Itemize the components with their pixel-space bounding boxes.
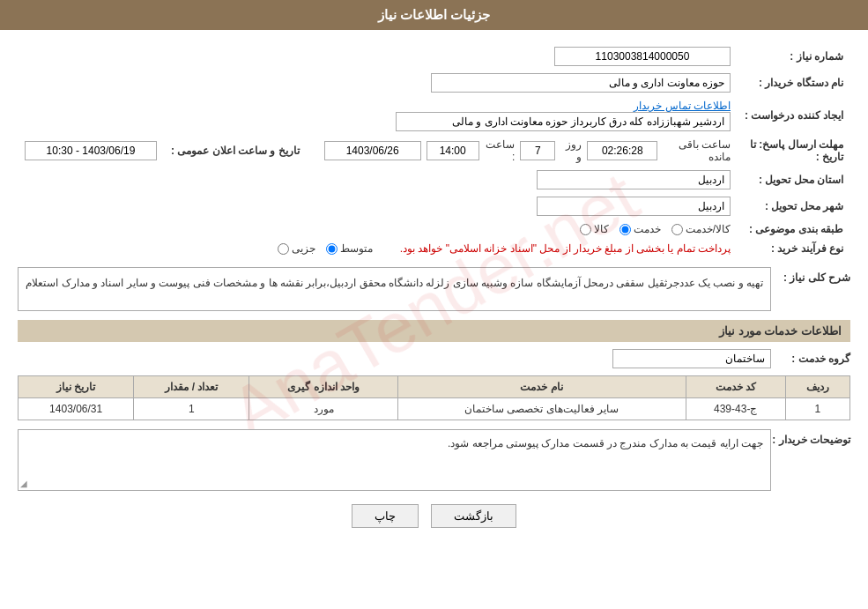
- table-row: 1 ج-43-439 سایر فعالیت‌های تخصصی ساختمان…: [19, 398, 850, 420]
- col-code: کد خدمت: [686, 376, 785, 398]
- sharh-text: تهیه و نصب یک عددجرثقیل سقفی درمحل آزمای…: [18, 267, 771, 311]
- sharh-label: شرح کلی نیاز :: [771, 267, 850, 284]
- buyer-notes-section: توضیحات خریدار : جهت ارایه قیمت به مدارک…: [18, 429, 850, 491]
- services-table-header: ردیف کد خدمت نام خدمت واحد اندازه گیری ت…: [19, 376, 850, 398]
- time-label: ساعت :: [485, 138, 516, 163]
- time-input[interactable]: [427, 141, 479, 160]
- main-info-table: شماره نیاز : نام دستگاه خریدار : ایجاد ک…: [18, 43, 850, 258]
- shahr-value: [18, 193, 738, 219]
- tabaqe-kala-option[interactable]: کالا: [580, 223, 609, 235]
- date-input[interactable]: [324, 141, 421, 160]
- khadamat-section-title: اطلاعات خدمات مورد نیاز: [18, 320, 850, 342]
- nam-dastgah-input[interactable]: [431, 73, 731, 93]
- row-noe-farayand: نوع فرآیند خرید : پرداخت تمام یا بخشی از…: [18, 239, 850, 258]
- noe-jozei-option[interactable]: جزیی: [278, 242, 315, 255]
- noe-farayand-options: پرداخت تمام یا بخشی از مبلغ خریدار از مح…: [18, 239, 738, 258]
- mohlat-label: مهلت ارسال پاسخ: تا تاریخ :: [738, 135, 850, 167]
- noe-motavasset-option[interactable]: متوسط: [326, 242, 373, 255]
- noe-farayand-note: پرداخت تمام یا بخشی از مبلغ خریدار از مح…: [400, 242, 731, 255]
- gorohe-khadamat-label: گروه خدمت :: [771, 353, 850, 365]
- col-date: تاریخ نیاز: [19, 376, 134, 398]
- resize-handle[interactable]: ◢: [20, 479, 27, 488]
- nam-dastgah-label: نام دستگاه خریدار :: [738, 70, 850, 96]
- print-button[interactable]: چاپ: [352, 504, 419, 528]
- row-shahr: شهر محل تحویل :: [18, 193, 850, 219]
- tabaqe-options: کالا/خدمت خدمت کالا: [18, 219, 738, 239]
- row-mohlat: مهلت ارسال پاسخ: تا تاریخ : ساعت باقی ما…: [18, 135, 850, 167]
- cell-code: ج-43-439: [686, 398, 785, 420]
- cell-unit: مورد: [249, 398, 397, 420]
- shahr-input[interactable]: [537, 197, 731, 216]
- tabaqe-kala-khadamat-label: کالا/خدمت: [686, 223, 731, 235]
- tabaqe-kala-radio[interactable]: [580, 224, 591, 235]
- ijad-konnande-value: اطلاعات تماس خریدار: [317, 96, 738, 135]
- noe-motavasset-radio[interactable]: [326, 243, 338, 255]
- row-ostan: استان محل تحویل :: [18, 167, 850, 193]
- contact-link[interactable]: اطلاعات تماس خریدار: [634, 100, 731, 112]
- remaining-input[interactable]: [587, 141, 657, 160]
- tabaqe-kala-khadamat-option[interactable]: کالا/خدمت: [671, 223, 731, 235]
- nam-dastgah-value: [317, 70, 738, 96]
- cell-radif: 1: [785, 398, 849, 420]
- buyer-notes-text: جهت ارایه قیمت به مدارک مندرج در قسمت مد…: [448, 437, 763, 449]
- buyer-notes-container: جهت ارایه قیمت به مدارک مندرج در قسمت مد…: [18, 429, 771, 491]
- tarikh-label: تاریخ و ساعت اعلان عمومی :: [164, 135, 317, 167]
- tarikh-value: [18, 135, 164, 167]
- shomare-niaz-label: شماره نیاز :: [738, 43, 850, 70]
- tabaqe-khadamat-radio[interactable]: [619, 224, 631, 235]
- page-header: جزئیات اطلاعات نیاز: [0, 0, 868, 30]
- cell-name: سایر فعالیت‌های تخصصی ساختمان: [397, 398, 686, 420]
- tabaqe-khadamat-label: خدمت: [634, 223, 661, 235]
- col-radif: ردیف: [785, 376, 849, 398]
- button-row: بازگشت چاپ: [18, 504, 850, 528]
- tabaqe-kala-khadamat-radio[interactable]: [671, 224, 683, 235]
- page-title: جزئیات اطلاعات نیاز: [378, 7, 490, 22]
- ostan-label: استان محل تحویل :: [738, 167, 850, 193]
- back-button[interactable]: بازگشت: [431, 504, 516, 528]
- shomare-niaz-input[interactable]: [554, 47, 731, 66]
- row-shomare-niaz: شماره نیاز :: [18, 43, 850, 70]
- gorohe-khadamat-input[interactable]: [612, 349, 771, 368]
- col-unit: واحد اندازه گیری: [249, 376, 397, 398]
- col-count: تعداد / مقدار: [134, 376, 249, 398]
- noe-jozei-label: جزیی: [292, 242, 315, 255]
- tabaqe-label: طبقه بندی موضوعی :: [738, 219, 850, 239]
- col-name: نام خدمت: [397, 376, 686, 398]
- ijad-konnande-input[interactable]: [396, 112, 731, 131]
- days-input[interactable]: [520, 141, 555, 160]
- row-nam-dastgah: نام دستگاه خریدار :: [18, 70, 850, 96]
- tabaqe-khadamat-option[interactable]: خدمت: [619, 223, 661, 235]
- gorohe-khadamat-row: گروه خدمت :: [18, 349, 850, 368]
- content-area: شماره نیاز : نام دستگاه خریدار : ایجاد ک…: [0, 30, 868, 554]
- buyer-notes-label: توضیحات خریدار :: [771, 429, 850, 446]
- cell-date: 1403/06/31: [19, 398, 134, 420]
- tabaqe-kala-label: کالا: [594, 223, 609, 235]
- days-label: روز و: [560, 138, 582, 163]
- noe-motavasset-label: متوسط: [340, 242, 373, 255]
- mohlat-value: ساعت باقی مانده روز و ساعت :: [317, 135, 738, 167]
- remaining-label: ساعت باقی مانده: [663, 138, 731, 163]
- noe-jozei-radio[interactable]: [278, 243, 289, 255]
- row-tabaqe: طبقه بندی موضوعی : کالا/خدمت خدمت کالا: [18, 219, 850, 239]
- tarikh-input[interactable]: [25, 141, 157, 160]
- ostan-input[interactable]: [537, 170, 731, 189]
- cell-count: 1: [134, 398, 249, 420]
- services-table: ردیف کد خدمت نام خدمت واحد اندازه گیری ت…: [18, 375, 850, 420]
- noe-farayand-label: نوع فرآیند خرید :: [738, 239, 850, 258]
- row-ijad-konnande: ایجاد کننده درخواست : اطلاعات تماس خریدا…: [18, 96, 850, 135]
- page-container: AnaTender.net جزئیات اطلاعات نیاز شماره …: [0, 0, 868, 609]
- ijad-konnande-label: ایجاد کننده درخواست :: [738, 96, 850, 135]
- shomare-niaz-value: [317, 43, 738, 70]
- ostan-value: [18, 167, 738, 193]
- sharh-section: شرح کلی نیاز : تهیه و نصب یک عددجرثقیل س…: [18, 267, 850, 311]
- shahr-label: شهر محل تحویل :: [738, 193, 850, 219]
- buyer-notes-box: جهت ارایه قیمت به مدارک مندرج در قسمت مد…: [18, 429, 771, 491]
